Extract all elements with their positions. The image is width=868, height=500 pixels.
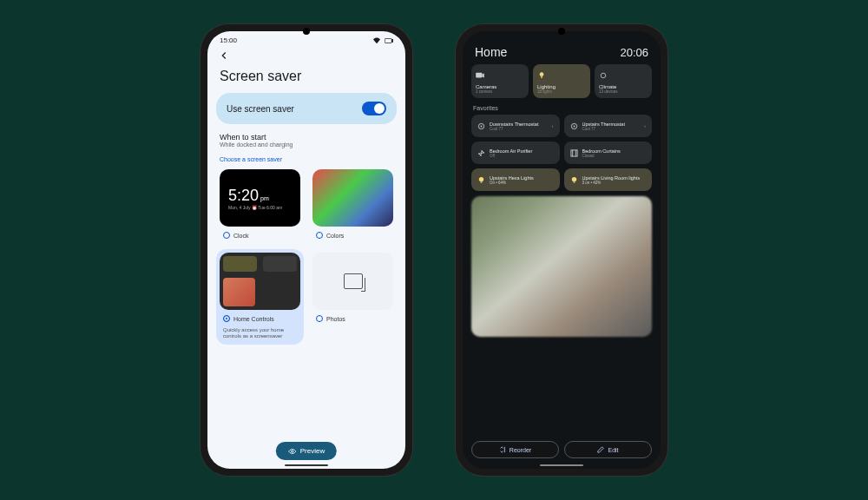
chevron-right-icon: ›	[644, 123, 646, 128]
camera-icon	[476, 72, 484, 79]
camera-notch	[558, 28, 565, 35]
svg-point-6	[601, 73, 606, 78]
svg-point-13	[479, 176, 483, 181]
status-icons	[372, 37, 393, 44]
reorder-button[interactable]: Reorder	[471, 441, 559, 458]
favorite-tile[interactable]: Bedroom CurtainsClosed	[564, 141, 653, 164]
svg-point-15	[571, 176, 575, 181]
svg-point-8	[481, 125, 483, 127]
svg-rect-1	[392, 39, 393, 42]
svg-point-10	[573, 125, 575, 127]
choose-label: Choose a screen saver	[207, 151, 405, 166]
fan-icon	[477, 149, 485, 157]
home-title: Home	[475, 45, 507, 59]
radio-off[interactable]	[316, 315, 323, 322]
radio-on[interactable]	[223, 315, 230, 322]
edit-button[interactable]: Edit	[564, 441, 652, 458]
clock-preview: 5:20pm Mon, 4 July ⏰ Tue 6:00 am	[220, 169, 300, 227]
saver-colors[interactable]: Colors	[309, 166, 397, 244]
svg-rect-12	[570, 149, 576, 155]
category-cameras[interactable]: Cameras 1 camera	[471, 64, 529, 98]
bulb-icon	[537, 72, 546, 79]
svg-rect-16	[573, 181, 575, 182]
when-title: When to start	[220, 133, 393, 141]
svg-rect-14	[481, 181, 483, 182]
status-time: 15:00	[220, 36, 237, 44]
svg-rect-0	[385, 38, 391, 43]
svg-rect-5	[541, 76, 542, 77]
saver-home-controls[interactable]: Home Controls Quickly access your home c…	[216, 249, 304, 345]
category-lighting[interactable]: Lighting 18 lights	[533, 64, 590, 98]
radio-off[interactable]	[223, 232, 230, 239]
clock-time: 5:20pm	[228, 187, 300, 205]
camera-notch	[303, 28, 310, 35]
screen-home: Home 20:06 Cameras 1 camera Lighting 18 …	[463, 31, 661, 469]
saver-clock[interactable]: 5:20pm Mon, 4 July ⏰ Tue 6:00 am Clock	[216, 166, 304, 244]
toggle-label: Use screen saver	[227, 104, 294, 114]
when-sub: While docked and charging	[220, 141, 393, 148]
favorite-tile[interactable]: Upstairs Hexa LightsOn • 64%	[471, 168, 560, 191]
bulb-icon	[477, 176, 485, 184]
bottom-buttons: Reorder Edit	[471, 441, 652, 458]
favorite-tile[interactable]: Upstairs ThermostatCool 77 ›	[564, 115, 653, 137]
radio-off[interactable]	[316, 232, 323, 239]
header	[207, 46, 405, 62]
curtain-icon	[570, 149, 578, 157]
saver-photos[interactable]: Photos	[309, 249, 397, 345]
home-header: Home 20:06	[463, 38, 661, 64]
camera-preview[interactable]	[471, 196, 652, 337]
favorite-tile[interactable]: Upstairs Living Room lights3 on • 42%	[564, 168, 653, 191]
svg-point-2	[292, 450, 294, 452]
screensaver-grid: 5:20pm Mon, 4 July ⏰ Tue 6:00 am Clock C…	[207, 166, 405, 345]
battery-icon	[385, 37, 393, 44]
nav-handle[interactable]	[540, 464, 583, 466]
climate-icon	[599, 72, 608, 79]
thermostat-icon	[477, 122, 485, 130]
reorder-icon	[499, 446, 506, 453]
eye-icon	[288, 448, 297, 455]
favorites-grid: Downstairs ThermostatCool 77 › Upstairs …	[463, 115, 661, 191]
clock-date: Mon, 4 July ⏰ Tue 6:00 am	[228, 205, 300, 210]
home-time: 20:06	[620, 46, 648, 59]
svg-point-4	[540, 72, 544, 76]
thermostat-icon	[570, 122, 578, 130]
home-preview	[220, 253, 300, 310]
favorite-tile[interactable]: Downstairs ThermostatCool 77 ›	[471, 115, 560, 137]
preview-button[interactable]: Preview	[276, 442, 337, 460]
back-icon[interactable]	[218, 49, 230, 62]
when-to-start[interactable]: When to start While docked and charging	[207, 129, 405, 151]
favorite-tile[interactable]: Bedroom Air PurifierOff	[471, 141, 560, 164]
pencil-icon	[597, 446, 604, 453]
use-screensaver-toggle-card[interactable]: Use screen saver	[216, 93, 397, 124]
colors-preview	[312, 169, 393, 227]
wifi-icon	[372, 37, 381, 44]
photos-preview	[312, 253, 393, 310]
screen-settings: 15:00 Screen saver Use screen saver When…	[207, 31, 405, 469]
bulb-icon	[570, 176, 578, 184]
svg-rect-3	[476, 73, 482, 78]
chevron-right-icon: ›	[552, 123, 554, 128]
category-row: Cameras 1 camera Lighting 18 lights Clim…	[463, 64, 661, 98]
photos-icon	[344, 273, 363, 289]
toggle-switch-on[interactable]	[362, 102, 386, 115]
home-desc: Quickly access your home controls as a s…	[220, 327, 300, 341]
phone-left: 15:00 Screen saver Use screen saver When…	[201, 24, 412, 476]
phone-right: Home 20:06 Cameras 1 camera Lighting 18 …	[456, 24, 667, 476]
favorites-label: Favorites	[463, 98, 661, 115]
page-title: Screen saver	[207, 62, 405, 88]
category-climate[interactable]: Climate 13 devices	[595, 64, 652, 98]
nav-handle[interactable]	[285, 464, 328, 466]
